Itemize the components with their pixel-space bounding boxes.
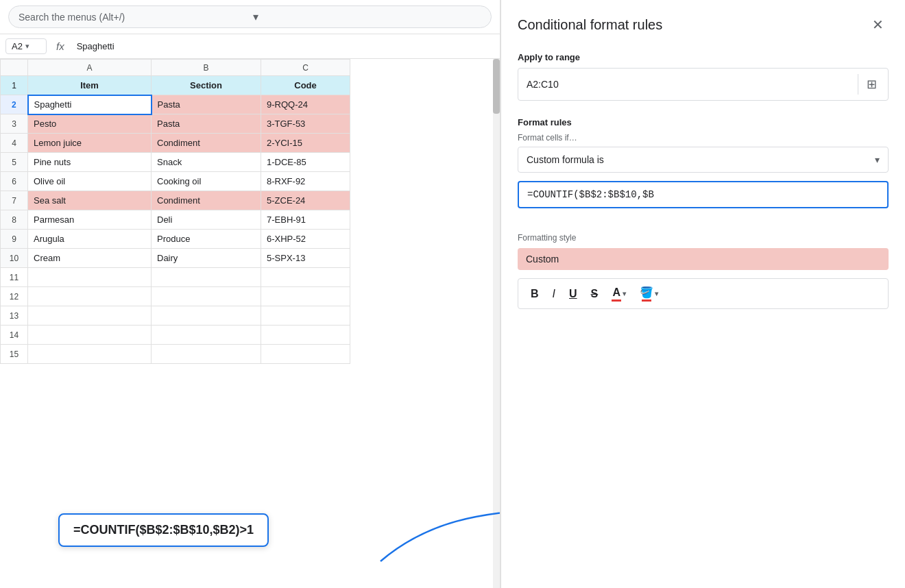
italic-button[interactable]: I xyxy=(547,285,561,303)
cell-b[interactable]: Section xyxy=(152,76,261,95)
table-row: 9ArugulaProduce6-XHP-52 xyxy=(1,230,350,249)
cell-a[interactable] xyxy=(28,287,152,306)
cell-c[interactable]: 3-TGF-53 xyxy=(261,114,350,134)
col-header-c[interactable]: C xyxy=(261,60,350,76)
panel-header: Conditional format rules ✕ xyxy=(518,14,889,36)
row-number[interactable]: 5 xyxy=(1,153,28,172)
search-placeholder: Search the menus (Alt+/) xyxy=(19,12,248,23)
fill-color-dropdown-icon[interactable]: ▾ xyxy=(655,290,658,297)
cell-a[interactable]: Pesto xyxy=(28,114,152,134)
cell-b[interactable]: Pasta xyxy=(152,95,261,114)
cell-c[interactable]: 1-DCE-85 xyxy=(261,153,350,172)
row-number[interactable]: 9 xyxy=(1,230,28,249)
cell-c[interactable]: 8-RXF-92 xyxy=(261,172,350,191)
format-condition-dropdown[interactable]: Custom formula is ▾ xyxy=(518,147,889,173)
cell-c[interactable]: 5-SPX-13 xyxy=(261,249,350,268)
font-color-indicator: A xyxy=(612,286,621,302)
formula-bar-value[interactable]: Spaghetti xyxy=(74,40,494,53)
cell-a[interactable]: Pine nuts xyxy=(28,153,152,172)
cell-c[interactable] xyxy=(261,345,350,364)
range-value: A2:C10 xyxy=(527,79,852,90)
cell-b[interactable]: Snack xyxy=(152,153,261,172)
row-number[interactable]: 3 xyxy=(1,114,28,134)
cell-a[interactable]: Parmesan xyxy=(28,210,152,230)
cell-a[interactable]: Cream xyxy=(28,249,152,268)
formula-input-field[interactable]: =COUNTIF($B$2:$B$10,$B xyxy=(518,181,889,208)
row-number[interactable]: 1 xyxy=(1,76,28,95)
cell-a[interactable] xyxy=(28,306,152,326)
font-color-button[interactable]: A ▾ xyxy=(606,284,631,304)
cell-b[interactable]: Condiment xyxy=(152,191,261,210)
formatting-style-label: Formatting style xyxy=(518,233,889,243)
search-box[interactable]: Search the menus (Alt+/) ▾ xyxy=(8,5,492,28)
grid-container: A B C 1ItemSectionCode2SpaghettiPasta9-R… xyxy=(0,59,500,588)
cell-b[interactable] xyxy=(152,345,261,364)
scrollbar-track[interactable] xyxy=(493,59,500,588)
cell-b[interactable]: Cooking oil xyxy=(152,172,261,191)
cell-c[interactable]: 5-ZCE-24 xyxy=(261,191,350,210)
row-number[interactable]: 4 xyxy=(1,134,28,153)
cell-b[interactable] xyxy=(152,268,261,287)
cell-c[interactable]: 6-XHP-52 xyxy=(261,230,350,249)
table-row: 4Lemon juiceCondiment2-YCI-15 xyxy=(1,134,350,153)
cell-a[interactable] xyxy=(28,268,152,287)
fill-color-button[interactable]: 🪣 ▾ xyxy=(634,283,664,304)
cell-b[interactable] xyxy=(152,306,261,326)
font-color-dropdown-icon[interactable]: ▾ xyxy=(623,290,626,297)
strikethrough-button[interactable]: S xyxy=(586,285,604,303)
callout-formula: =COUNTIF($B$2:$B$10,$B2)>1 xyxy=(73,523,254,537)
cell-c[interactable] xyxy=(261,268,350,287)
col-header-b[interactable]: B xyxy=(152,60,261,76)
cell-a[interactable] xyxy=(28,345,152,364)
cell-c[interactable] xyxy=(261,306,350,326)
dropdown-value: Custom formula is xyxy=(527,154,604,165)
cell-b[interactable] xyxy=(152,287,261,306)
bold-button[interactable]: B xyxy=(525,285,544,303)
cell-c[interactable]: 7-EBH-91 xyxy=(261,210,350,230)
underline-button[interactable]: U xyxy=(564,285,583,303)
cell-b[interactable]: Condiment xyxy=(152,134,261,153)
cell-a[interactable]: Spaghetti xyxy=(28,95,152,114)
cell-a[interactable]: Lemon juice xyxy=(28,134,152,153)
cell-a[interactable]: Item xyxy=(28,76,152,95)
row-number[interactable]: 6 xyxy=(1,172,28,191)
range-input-wrapper[interactable]: A2:C10 ⊞ xyxy=(518,68,889,101)
cell-b[interactable]: Dairy xyxy=(152,249,261,268)
scrollbar-thumb[interactable] xyxy=(493,59,500,114)
cell-b[interactable] xyxy=(152,326,261,345)
cell-reference-box[interactable]: A2 ▾ xyxy=(5,38,47,54)
row-number[interactable]: 7 xyxy=(1,191,28,210)
cell-a[interactable]: Arugula xyxy=(28,230,152,249)
table-row: 10CreamDairy5-SPX-13 xyxy=(1,249,350,268)
grid-select-icon[interactable]: ⊞ xyxy=(858,74,880,95)
cell-c[interactable]: 9-RQQ-24 xyxy=(261,95,350,114)
row-number[interactable]: 2 xyxy=(1,95,28,114)
row-number[interactable]: 10 xyxy=(1,249,28,268)
formatting-toolbar: B I U S A ▾ 🪣 ▾ xyxy=(518,278,889,309)
table-row: 1ItemSectionCode xyxy=(1,76,350,95)
row-number[interactable]: 13 xyxy=(1,306,28,326)
row-number[interactable]: 15 xyxy=(1,345,28,364)
close-button[interactable]: ✕ xyxy=(867,14,889,36)
cell-ref-dropdown-icon[interactable]: ▾ xyxy=(25,42,29,51)
cell-c[interactable] xyxy=(261,326,350,345)
cell-b[interactable]: Produce xyxy=(152,230,261,249)
cell-c[interactable]: Code xyxy=(261,76,350,95)
cell-c[interactable] xyxy=(261,287,350,306)
chevron-down-icon[interactable]: ▾ xyxy=(253,10,482,23)
row-number[interactable]: 8 xyxy=(1,210,28,230)
row-number[interactable]: 14 xyxy=(1,326,28,345)
table-row: 6Olive oilCooking oil8-RXF-92 xyxy=(1,172,350,191)
cell-a[interactable]: Olive oil xyxy=(28,172,152,191)
table-row: 11 xyxy=(1,268,350,287)
cell-ref-text: A2 xyxy=(12,41,23,51)
cell-b[interactable]: Deli xyxy=(152,210,261,230)
row-number[interactable]: 12 xyxy=(1,287,28,306)
col-header-a[interactable]: A xyxy=(28,60,152,76)
cell-a[interactable]: Sea salt xyxy=(28,191,152,210)
cell-c[interactable]: 2-YCI-15 xyxy=(261,134,350,153)
cell-b[interactable]: Pasta xyxy=(152,114,261,134)
cell-a[interactable] xyxy=(28,326,152,345)
right-panel: Conditional format rules ✕ Apply to rang… xyxy=(500,0,905,588)
row-number[interactable]: 11 xyxy=(1,268,28,287)
